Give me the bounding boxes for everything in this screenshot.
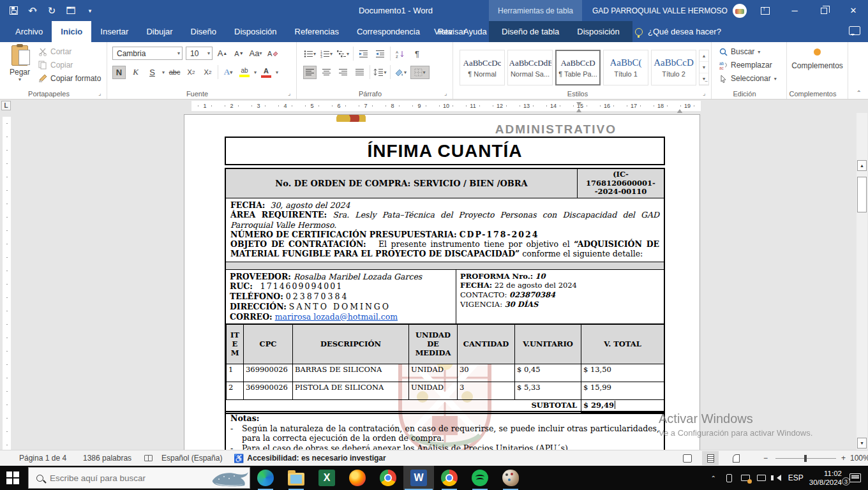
taskbar-edge[interactable] [250,466,281,490]
numbered-list-button[interactable]: 123▾ [320,47,333,61]
tab-correspondencia[interactable]: Correspondencia [348,21,429,42]
select-button[interactable]: Seleccionar▾ [719,74,777,83]
qat-customize-button[interactable]: ▾ [82,3,98,19]
taskbar-chrome[interactable] [373,466,403,490]
replace-button[interactable]: abac Reemplazar [719,61,777,70]
style-titulo-2[interactable]: AaBbCcD Título 2 [651,50,696,85]
document-page[interactable]: ADMINISTRATIVO ÍNFIMA CUANTÍA No. DE ORD… [184,114,700,450]
dialog-launcher-icon[interactable]: ⌟ [703,90,709,96]
zoom-out-icon[interactable]: − [763,450,768,466]
ribbon-display-options-button[interactable] [751,0,780,21]
tab-referencias[interactable]: Referencias [286,21,348,42]
horizontal-ruler[interactable]: 12345678910111213141516171819 [191,101,701,111]
start-button[interactable] [6,471,19,484]
accessibility-status[interactable]: ♿ Accesibilidad: es necesario investigar [234,450,386,466]
taskbar-spotify[interactable] [465,466,495,490]
minimize-button[interactable]: ─ [780,0,809,21]
chevron-down-icon[interactable]: ▾ [254,70,257,75]
search-input[interactable] [50,473,210,483]
increase-indent-button[interactable] [373,47,387,61]
dialog-launcher-icon[interactable]: ⌟ [288,90,294,96]
zoom-in-icon[interactable]: + [841,450,846,466]
change-case-button[interactable]: Aa▾ [249,47,262,60]
grow-font-button[interactable]: A▲ [216,47,229,60]
word-count[interactable]: 1386 palabras [83,450,131,466]
paste-button[interactable]: Pegar ▾ [6,45,33,89]
align-center-button[interactable] [320,66,333,79]
chevron-down-icon[interactable]: ▾ [276,70,278,75]
avatar[interactable] [733,4,747,18]
taskbar-gimp[interactable] [495,466,526,490]
proofing-icon[interactable] [144,450,153,466]
chevron-down-icon[interactable]: ▾ [162,70,165,75]
tab-inicio[interactable]: Inicio [52,21,91,42]
speaker-icon[interactable] [772,473,782,483]
display-icon[interactable] [756,473,767,483]
vertical-scrollbar[interactable]: ▲ ▼ [857,113,867,450]
tab-diseno[interactable]: Diseño [182,21,225,42]
contract-info-cell[interactable]: FECHA: 30, agosto del 2024 ÁREA REQUIREN… [226,198,664,262]
web-layout-button[interactable] [728,450,744,466]
notes-cell[interactable]: Notas: -Según la naturaleza de la contra… [225,411,665,450]
underline-button[interactable]: S [146,66,159,79]
vertical-ruler[interactable] [3,117,11,450]
dialog-launcher-icon[interactable]: ⌟ [98,90,105,96]
email-link[interactable]: marirosa lozada@hotmail.com [275,312,398,322]
device-icon[interactable] [724,473,735,483]
taskbar-clock[interactable]: 11:02 30/8/2024 [809,469,842,487]
tab-disposicion[interactable]: Disposición [225,21,285,42]
tab-archivo[interactable]: Archivo [6,21,52,42]
font-family-combo[interactable]: Cambria▾ [112,47,183,60]
multilevel-list-button[interactable]: ▾ [336,47,350,61]
save-button[interactable] [5,3,22,19]
shrink-font-button[interactable]: A▼ [232,47,246,60]
indent-marker[interactable] [576,102,582,112]
redo-button[interactable]: ↻ [43,3,60,19]
format-painter-button[interactable]: Copiar formato [38,74,101,83]
zoom-level[interactable]: 100% [850,450,868,466]
language-badge[interactable]: ESP [788,473,804,482]
align-left-button[interactable] [303,66,317,79]
account-area[interactable]: GAD PARROQUIAL VALLE HERMOSO [592,0,747,21]
scrollbar-thumb[interactable] [857,177,867,212]
text-effects-button[interactable]: A▾ [221,66,235,79]
sort-button[interactable]: AZ [394,47,407,61]
italic-button[interactable]: K [129,66,142,79]
decrease-indent-button[interactable] [357,47,370,61]
tray-chevron-icon[interactable]: ⌃ [708,473,719,483]
find-button[interactable]: Buscar▾ [719,47,777,56]
order-code-cell[interactable]: (IC- 1768120600001- -2024-00110 [578,169,664,198]
ink-workspace-icon[interactable] [740,473,751,483]
taskbar-search[interactable] [28,467,250,489]
style-normal[interactable]: AaBbCcDc ¶ Normal [460,50,505,85]
taskbar-word[interactable]: W [403,466,434,490]
document-title-cell[interactable]: ÍNFIMA CUANTÍA [225,137,665,165]
language-indicator[interactable]: Español (España) [161,450,222,466]
font-color-button[interactable]: A [260,67,273,78]
comment-icon[interactable] [849,26,860,35]
show-marks-button[interactable]: ¶ [410,47,424,61]
bold-button[interactable]: N [112,66,126,79]
order-form-table[interactable]: No. DE ORDEN DE COMPRA: SERVICIO / BIEN … [225,168,665,414]
style-titulo-1[interactable]: AaBbC( Título 1 [603,50,648,85]
scroll-down-icon[interactable]: ▼ [857,438,867,449]
styles-scroll-up-icon[interactable]: ▲ [700,50,708,62]
notification-button[interactable]: 3 [848,473,863,483]
page-indicator[interactable]: Página 1 de 4 [19,450,66,466]
justify-button[interactable] [353,66,366,79]
addins-button[interactable]: Complementos [787,48,848,70]
restore-button[interactable] [809,0,839,21]
font-size-combo[interactable]: 10▾ [186,47,213,60]
order-label-cell[interactable]: No. DE ORDEN DE COMPRA: SERVICIO / BIEN … [226,169,578,198]
print-preview-button[interactable]: 🗔 [63,3,79,19]
tab-diseno-de-tabla[interactable]: Diseño de tabla [493,21,568,42]
taskbar-chrome-profile[interactable] [434,466,465,490]
superscript-button[interactable]: X2 [201,66,214,79]
style-normal-sa[interactable]: AaBbCcDdE Normal Sa... [507,50,553,85]
cut-button[interactable]: Cortar [38,47,101,56]
clear-formatting-button[interactable]: A [266,47,279,60]
tab-dibujar[interactable]: Dibujar [137,21,181,42]
line-spacing-button[interactable]: ▾ [373,66,387,79]
taskbar-firefox[interactable] [342,466,373,490]
table-row[interactable]: 2 369900026 PISTOLA DE SILICONA UNIDAD 3… [227,382,664,400]
